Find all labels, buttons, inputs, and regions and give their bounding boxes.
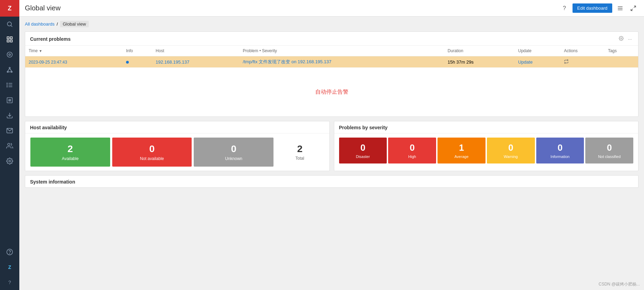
host-availability-widget: Host availability 2 Available 0 Not avai…: [25, 121, 330, 171]
system-info-widget: System information: [25, 175, 638, 188]
severity-title: Problems by severity: [339, 125, 388, 130]
help-button[interactable]: ?: [559, 3, 570, 13]
sev-high-label: High: [408, 155, 416, 159]
cell-problem: /tmp/ftx 文件发现了改变 on 192.168.195.137: [239, 56, 444, 68]
sidebar-item-users[interactable]: [0, 138, 19, 153]
host-avail-header: Host availability: [25, 121, 329, 133]
sev-information-label: Information: [550, 155, 569, 159]
widget-settings-button[interactable]: [617, 35, 625, 43]
sidebar-item-settings[interactable]: [0, 153, 19, 169]
sev-average[interactable]: 1 Average: [438, 138, 486, 163]
widget-more-button[interactable]: ···: [626, 36, 633, 43]
avail-unknown[interactable]: 0 Unknown: [194, 138, 273, 167]
avail-unknown-num: 0: [231, 143, 237, 155]
breadcrumb-all-dashboards[interactable]: All dashboards: [25, 21, 55, 27]
svg-point-8: [9, 67, 10, 68]
sidebar-item-network[interactable]: [0, 62, 19, 77]
page-title: Global view: [25, 4, 559, 12]
col-duration: Duration: [444, 46, 515, 56]
sidebar-item-list[interactable]: [0, 77, 19, 93]
col-host: Host: [152, 46, 239, 56]
breadcrumb-separator: /: [57, 21, 58, 27]
cell-update: Update: [515, 56, 560, 68]
update-link[interactable]: Update: [518, 59, 532, 65]
sidebar-item-zabbix[interactable]: Z: [0, 260, 19, 275]
col-problem: Problem • Severity: [239, 46, 444, 56]
host-avail-title: Host availability: [30, 125, 67, 130]
avail-available-label: Available: [62, 156, 78, 161]
svg-point-19: [7, 86, 8, 87]
breadcrumb: All dashboards / Global view: [25, 21, 638, 27]
edit-dashboard-button[interactable]: Edit dashboard: [573, 3, 612, 13]
svg-point-25: [9, 160, 11, 162]
svg-point-24: [8, 143, 10, 146]
time-link[interactable]: 2023-09-25 23:47:43: [29, 60, 67, 65]
topbar: Global view ? Edit dashboard: [19, 0, 644, 17]
sev-warning-num: 0: [508, 142, 513, 153]
avail-available[interactable]: 2 Available: [30, 138, 110, 167]
sidebar-item-help[interactable]: ?: [0, 275, 19, 290]
svg-rect-3: [10, 37, 12, 39]
sev-warning[interactable]: 0 Warning: [487, 138, 535, 163]
topbar-actions: ? Edit dashboard: [559, 3, 638, 13]
table-row: 2023-09-25 23:47:43 192.168.195.137 /tmp…: [25, 56, 638, 68]
widget-controls: ···: [617, 35, 633, 43]
svg-point-6: [7, 52, 12, 57]
sev-not-classified[interactable]: 0 Not classified: [585, 138, 633, 163]
sev-average-num: 1: [459, 142, 464, 153]
sidebar-item-download[interactable]: [0, 108, 19, 123]
sev-information[interactable]: 0 Information: [536, 138, 584, 163]
cell-actions: [560, 56, 604, 68]
svg-point-33: [621, 38, 622, 39]
avail-not-available-label: Not available: [140, 156, 164, 161]
sidebar-item-mail[interactable]: [0, 123, 19, 138]
sidebar-item-reports[interactable]: [0, 93, 19, 108]
menu-button[interactable]: [615, 3, 625, 13]
action-icon[interactable]: [564, 59, 569, 65]
col-actions: Actions: [560, 46, 604, 56]
cell-duration: 15h 37m 29s: [444, 56, 515, 68]
breadcrumb-current: Global view: [60, 21, 89, 27]
sidebar-item-monitoring[interactable]: [0, 47, 19, 62]
sidebar-item-dashboard[interactable]: [0, 32, 19, 47]
col-time[interactable]: Time ▼: [25, 46, 123, 56]
svg-line-31: [634, 6, 636, 8]
info-indicator: [126, 61, 129, 64]
sev-disaster[interactable]: 0 Disaster: [339, 138, 387, 163]
sidebar-item-support[interactable]: [0, 244, 19, 260]
sev-warning-label: Warning: [504, 155, 518, 159]
cell-tags: [605, 56, 638, 68]
sev-average-label: Average: [454, 155, 469, 159]
svg-rect-4: [7, 40, 9, 42]
system-info-title: System information: [25, 176, 638, 187]
sev-information-num: 0: [558, 142, 563, 153]
avail-not-available[interactable]: 0 Not available: [112, 138, 192, 167]
host-link[interactable]: 192.168.195.137: [156, 59, 190, 65]
sev-disaster-num: 0: [361, 142, 365, 153]
svg-rect-5: [10, 40, 12, 42]
cell-host: 192.168.195.137: [152, 56, 239, 68]
avail-total-num: 2: [297, 143, 302, 155]
svg-point-18: [7, 85, 8, 85]
sev-disaster-label: Disaster: [356, 155, 370, 159]
severity-grid: 0 Disaster 0 High 1 Average 0 Warning: [334, 133, 638, 168]
sidebar-logo[interactable]: Z: [0, 0, 19, 17]
sev-high[interactable]: 0 High: [388, 138, 436, 163]
svg-point-17: [7, 83, 8, 84]
avail-unknown-label: Unknown: [225, 156, 242, 161]
sev-high-num: 0: [410, 142, 414, 153]
col-tags: Tags: [605, 46, 638, 56]
problem-link[interactable]: /tmp/ftx 文件发现了改变 on 192.168.195.137: [243, 59, 331, 64]
sidebar: Z Z ?: [0, 0, 19, 290]
sev-not-classified-label: Not classified: [598, 155, 621, 159]
svg-line-11: [8, 68, 10, 71]
problems-by-severity-widget: Problems by severity 0 Disaster 0 High 1…: [334, 121, 639, 171]
svg-line-12: [10, 68, 12, 71]
sev-not-classified-num: 0: [607, 142, 612, 153]
content-area: All dashboards / Global view Current pro…: [19, 17, 644, 290]
avail-total: 2 Total: [275, 138, 325, 167]
sidebar-item-search[interactable]: [0, 17, 19, 32]
main-content: Global view ? Edit dashboard All dashboa…: [19, 0, 644, 290]
sort-icon: ▼: [39, 49, 42, 53]
fullscreen-button[interactable]: [628, 3, 638, 13]
